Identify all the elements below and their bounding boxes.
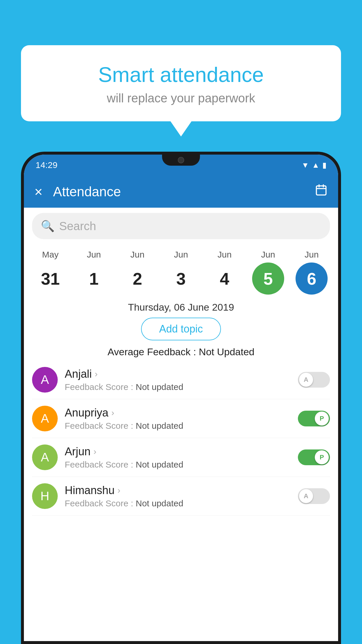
toggle-bg: P xyxy=(298,411,330,426)
avg-feedback-value: Not Updated xyxy=(199,346,254,357)
camera xyxy=(178,157,184,163)
attendance-toggle[interactable]: P xyxy=(298,449,330,465)
cal-month-label: Jun xyxy=(217,250,231,260)
student-avatar: A xyxy=(32,367,58,393)
toggle-knob: A xyxy=(299,373,313,387)
search-bar[interactable]: 🔍 Search xyxy=(32,213,330,239)
student-info: Anjali ›Feedback Score : Not updated xyxy=(65,368,298,392)
student-avatar: A xyxy=(32,444,58,470)
cal-month-label: Jun xyxy=(87,250,101,260)
status-icons: ▼ ▲ ▮ xyxy=(302,161,326,170)
screen-title: Attendance xyxy=(53,184,315,200)
student-avatar: H xyxy=(32,483,58,509)
student-name: Anupriya › xyxy=(65,407,298,419)
attendance-toggle[interactable]: A xyxy=(298,372,330,388)
close-button[interactable]: × xyxy=(34,184,43,200)
chevron-icon: › xyxy=(95,369,98,379)
student-score: Feedback Score : Not updated xyxy=(65,460,298,470)
add-topic-button[interactable]: Add topic xyxy=(141,318,221,340)
student-item[interactable]: AArjun ›Feedback Score : Not updatedP xyxy=(32,438,330,477)
signal-icon: ▲ xyxy=(312,161,319,170)
student-item[interactable]: HHimanshu ›Feedback Score : Not updatedA xyxy=(32,477,330,516)
phone-frame: 14:29 ▼ ▲ ▮ × Attendance 🔍 Se xyxy=(21,152,341,644)
avg-feedback: Average Feedback : Not Updated xyxy=(24,340,338,360)
calendar-day[interactable]: Jun5 xyxy=(249,250,287,295)
cal-date-number: 6 xyxy=(296,262,328,295)
cal-date-number: 5 xyxy=(252,262,284,295)
score-value: Not updated xyxy=(136,421,183,430)
student-name: Anjali › xyxy=(65,368,298,380)
cal-date-number: 31 xyxy=(34,262,66,295)
calendar-day[interactable]: Jun4 xyxy=(205,250,243,295)
status-time: 14:29 xyxy=(36,160,57,170)
wifi-icon: ▼ xyxy=(302,161,309,170)
app-tagline-subtitle: will replace your paperwork xyxy=(36,91,326,105)
avg-feedback-label: Average Feedback : xyxy=(108,346,196,357)
calendar-day[interactable]: May31 xyxy=(31,250,69,295)
chevron-icon: › xyxy=(111,408,114,418)
chevron-icon: › xyxy=(117,485,120,495)
student-info: Arjun ›Feedback Score : Not updated xyxy=(65,445,298,470)
cal-date-number: 1 xyxy=(78,262,110,295)
cal-date-number: 4 xyxy=(208,262,240,295)
student-item[interactable]: AAnupriya ›Feedback Score : Not updatedP xyxy=(32,399,330,438)
selected-date-label: Thursday, 06 June 2019 xyxy=(24,295,338,318)
student-score: Feedback Score : Not updated xyxy=(65,498,298,508)
student-info: Himanshu ›Feedback Score : Not updated xyxy=(65,484,298,508)
toggle-bg: P xyxy=(298,449,330,465)
toggle-bg: A xyxy=(298,372,330,388)
attendance-toggle[interactable]: P xyxy=(298,411,330,426)
app-toolbar: × Attendance xyxy=(24,176,338,208)
app-tagline-title: Smart attendance xyxy=(36,63,326,87)
student-name: Arjun › xyxy=(65,445,298,458)
search-icon: 🔍 xyxy=(41,220,55,232)
cal-month-label: May xyxy=(42,250,59,260)
search-placeholder: Search xyxy=(59,220,96,233)
calendar-day[interactable]: Jun6 xyxy=(293,250,331,295)
calendar-row: May31Jun1Jun2Jun3Jun4Jun5Jun6 xyxy=(24,244,338,295)
cal-month-label: Jun xyxy=(130,250,144,260)
calendar-icon[interactable] xyxy=(315,184,328,200)
toggle-bg: A xyxy=(298,488,330,504)
phone-screen: 14:29 ▼ ▲ ▮ × Attendance 🔍 Se xyxy=(24,155,338,641)
toggle-knob: P xyxy=(315,450,329,464)
cal-month-label: Jun xyxy=(305,250,319,260)
student-name: Himanshu › xyxy=(65,484,298,497)
calendar-day[interactable]: Jun1 xyxy=(75,250,113,295)
score-value: Not updated xyxy=(136,498,183,508)
score-value: Not updated xyxy=(136,382,183,392)
student-list: AAnjali ›Feedback Score : Not updatedAAA… xyxy=(24,360,338,516)
score-value: Not updated xyxy=(136,460,183,469)
cal-date-number: 2 xyxy=(122,262,154,295)
speech-bubble: Smart attendance will replace your paper… xyxy=(21,45,341,121)
toggle-knob: A xyxy=(299,489,313,503)
student-info: Anupriya ›Feedback Score : Not updated xyxy=(65,407,298,431)
cal-month-label: Jun xyxy=(261,250,275,260)
student-score: Feedback Score : Not updated xyxy=(65,382,298,392)
cal-month-label: Jun xyxy=(174,250,188,260)
student-score: Feedback Score : Not updated xyxy=(65,421,298,431)
chevron-icon: › xyxy=(94,447,96,456)
student-item[interactable]: AAnjali ›Feedback Score : Not updatedA xyxy=(32,360,330,399)
status-bar: 14:29 ▼ ▲ ▮ xyxy=(24,155,338,176)
student-avatar: A xyxy=(32,406,58,431)
toggle-knob: P xyxy=(315,412,329,426)
calendar-day[interactable]: Jun2 xyxy=(119,250,157,295)
battery-icon: ▮ xyxy=(322,161,326,170)
svg-rect-0 xyxy=(317,186,326,195)
cal-date-number: 3 xyxy=(165,262,197,295)
phone-notch xyxy=(162,155,200,166)
attendance-toggle[interactable]: A xyxy=(298,488,330,504)
calendar-day[interactable]: Jun3 xyxy=(162,250,200,295)
